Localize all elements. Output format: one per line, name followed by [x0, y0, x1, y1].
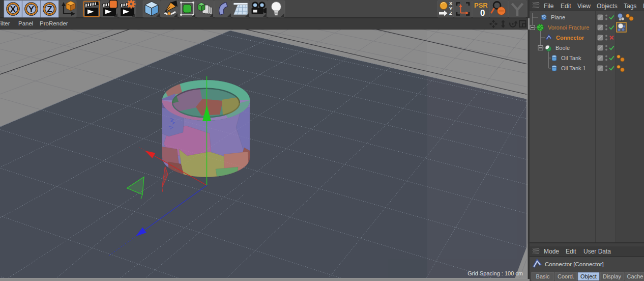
- svg-text:Object: Object: [580, 273, 597, 279]
- svg-text:Display: Display: [603, 273, 622, 279]
- svg-text:Boole: Boole: [555, 45, 570, 51]
- svg-text:Cache: Cache: [627, 273, 643, 279]
- svg-text:Coord.: Coord.: [558, 273, 574, 279]
- svg-text:User Data: User Data: [583, 248, 611, 255]
- svg-text:File: File: [544, 3, 554, 10]
- svg-text:Plane: Plane: [551, 14, 565, 20]
- svg-text:Oil Tank.1: Oil Tank.1: [561, 65, 586, 71]
- svg-text:Z: Z: [449, 10, 452, 16]
- svg-text:Tags: Tags: [624, 3, 636, 10]
- svg-text:Edit: Edit: [561, 3, 571, 10]
- svg-text:Connector [Connector]: Connector [Connector]: [545, 261, 604, 267]
- svg-text:Grid Spacing : 100 cm: Grid Spacing : 100 cm: [467, 270, 523, 276]
- svg-text:Objects: Objects: [597, 3, 618, 10]
- svg-text:Voronoi Fracture: Voronoi Fracture: [548, 24, 589, 31]
- svg-text:Y: Y: [28, 5, 35, 14]
- svg-text:0: 0: [480, 8, 485, 18]
- svg-text:Oil Tank: Oil Tank: [561, 55, 581, 61]
- svg-text:Mode: Mode: [544, 248, 559, 255]
- svg-text:Connector: Connector: [556, 35, 584, 41]
- svg-text:Basic: Basic: [536, 273, 550, 279]
- svg-text:X: X: [10, 5, 16, 14]
- svg-text:Z: Z: [47, 5, 52, 14]
- svg-text:View: View: [577, 3, 591, 10]
- svg-text:Edit: Edit: [566, 248, 576, 255]
